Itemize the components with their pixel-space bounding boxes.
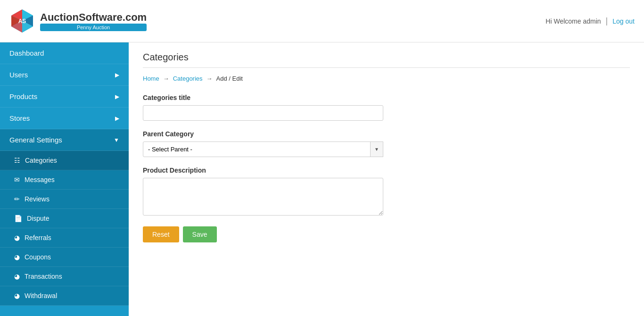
button-row: Reset Save	[143, 226, 630, 242]
parent-select-wrapper: - Select Parent - ▼	[143, 141, 383, 157]
sidebar-label-products: Products	[9, 92, 37, 100]
breadcrumb-categories[interactable]: Categories	[173, 75, 203, 82]
submenu-label-coupons: Coupons	[25, 253, 51, 261]
header: AS AuctionSoftware.com Penny Auction Hi …	[0, 0, 644, 42]
submenu-item-coupons[interactable]: ◕ Coupons	[0, 248, 129, 267]
content-area: Categories Home → Categories → Add / Edi…	[129, 42, 644, 316]
logo-title: AuctionSoftware.com	[40, 11, 147, 24]
submenu-item-dispute[interactable]: 📄 Dispute	[0, 209, 129, 228]
categories-icon: ☷	[14, 157, 20, 164]
sidebar-label-users: Users	[9, 71, 28, 79]
logo-subtitle: Penny Auction	[40, 24, 147, 31]
submenu-label-messages: Messages	[25, 176, 55, 183]
categories-title-label: Categories title	[143, 94, 630, 101]
page-title: Categories	[143, 52, 630, 68]
header-right: Hi Welcome admin | Log out	[545, 16, 635, 26]
submenu-label-dispute: Dispute	[27, 215, 49, 222]
breadcrumb: Home → Categories → Add / Edit	[143, 75, 630, 82]
sidebar-label-dashboard: Dashboard	[9, 49, 44, 57]
breadcrumb-home[interactable]: Home	[143, 75, 159, 82]
sidebar-label-stores: Stores	[9, 114, 30, 122]
submenu-item-withdrawal[interactable]: ◕ Withdrawal	[0, 286, 129, 306]
submenu-item-reviews[interactable]: ✏ Reviews	[0, 190, 129, 209]
withdrawal-icon: ◕	[14, 292, 20, 299]
submenu-item-messages[interactable]: ✉ Messages	[0, 170, 129, 190]
categories-title-group: Categories title	[143, 94, 630, 121]
svg-text:AS: AS	[18, 18, 26, 25]
reviews-icon: ✏	[14, 195, 20, 203]
categories-title-input[interactable]	[143, 105, 383, 121]
chevron-right-icon-stores: ▶	[115, 115, 119, 122]
submenu-label-reviews: Reviews	[25, 195, 50, 203]
transactions-icon: ◕	[14, 273, 20, 280]
chevron-right-icon: ▶	[115, 72, 119, 78]
chevron-down-icon: ▼	[114, 137, 119, 143]
sidebar: Dashboard Users ▶ Products ▶ Stores ▶ Ge…	[0, 42, 129, 316]
description-textarea[interactable]	[143, 178, 383, 216]
submenu-item-referrals[interactable]: ◕ Referrals	[0, 228, 129, 248]
sidebar-item-dashboard[interactable]: Dashboard	[0, 42, 129, 64]
sidebar-item-stores[interactable]: Stores ▶	[0, 108, 129, 129]
parent-category-label: Parent Category	[143, 130, 630, 138]
sidebar-label-general-settings: General Settings	[9, 136, 62, 144]
submenu-item-transactions[interactable]: ◕ Transactions	[0, 267, 129, 286]
breadcrumb-arrow-1: →	[163, 75, 169, 82]
messages-icon: ✉	[14, 176, 20, 183]
header-divider: |	[606, 16, 608, 26]
chevron-right-icon-products: ▶	[115, 93, 119, 100]
description-label: Product Description	[143, 166, 630, 174]
save-button[interactable]: Save	[183, 226, 217, 242]
dispute-icon: 📄	[14, 215, 22, 222]
submenu-general-settings: ☷ Categories ✉ Messages ✏ Reviews 📄 Disp…	[0, 151, 129, 306]
sidebar-item-general-settings[interactable]: General Settings ▼	[0, 129, 129, 151]
sidebar-item-users[interactable]: Users ▶	[0, 64, 129, 86]
reset-button[interactable]: Reset	[143, 226, 179, 242]
logo-area: AS AuctionSoftware.com Penny Auction	[9, 8, 147, 34]
breadcrumb-current: Add / Edit	[216, 75, 243, 82]
logout-link[interactable]: Log out	[612, 17, 635, 25]
submenu-label-referrals: Referrals	[25, 234, 51, 241]
parent-category-group: Parent Category - Select Parent - ▼	[143, 130, 630, 157]
referrals-icon: ◕	[14, 234, 20, 241]
welcome-text: Hi Welcome admin	[545, 17, 601, 25]
logo-icon: AS	[9, 8, 35, 34]
submenu-label-categories: Categories	[25, 157, 57, 164]
coupons-icon: ◕	[14, 253, 20, 261]
parent-category-select[interactable]: - Select Parent -	[143, 141, 383, 157]
sidebar-item-products[interactable]: Products ▶	[0, 86, 129, 108]
submenu-label-withdrawal: Withdrawal	[25, 292, 57, 299]
breadcrumb-arrow-2: →	[206, 75, 213, 82]
submenu-item-categories[interactable]: ☷ Categories	[0, 151, 129, 170]
submenu-label-transactions: Transactions	[25, 273, 62, 280]
main-layout: Dashboard Users ▶ Products ▶ Stores ▶ Ge…	[0, 42, 644, 316]
description-group: Product Description	[143, 166, 630, 217]
logo-text-area: AuctionSoftware.com Penny Auction	[40, 11, 147, 31]
